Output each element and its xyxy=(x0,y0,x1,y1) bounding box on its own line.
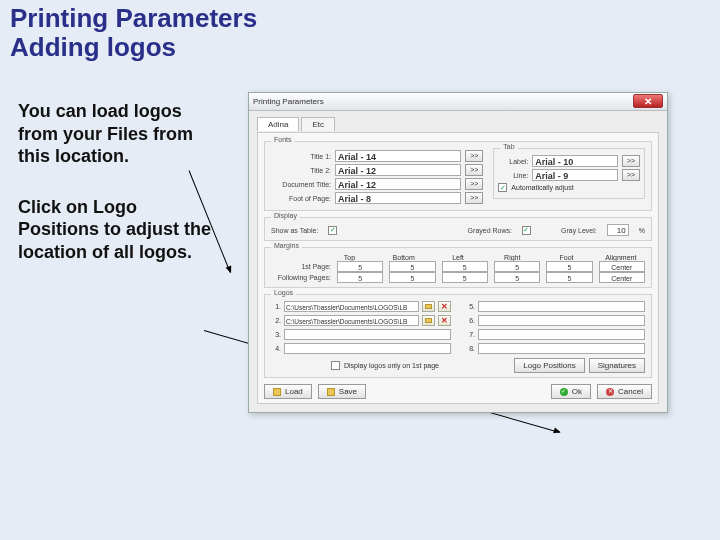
logo-row-4: 4. xyxy=(271,343,451,354)
margins-group-label: Margins xyxy=(271,242,302,249)
grayed-rows-checkbox[interactable]: ✓ xyxy=(522,226,531,235)
logo-path-1[interactable]: C:\Users\Tbassler\Documents\LOGOS\LB xyxy=(284,301,419,312)
folder-icon xyxy=(425,304,432,309)
save-icon xyxy=(327,388,335,396)
first-right[interactable]: 5 xyxy=(494,261,540,272)
gray-level-field[interactable]: 10 xyxy=(607,224,629,236)
following-align[interactable]: Center xyxy=(599,272,645,283)
line-font-field[interactable]: Arial - 9 xyxy=(532,169,618,181)
close-icon: ✕ xyxy=(644,96,652,107)
logo-path-4[interactable] xyxy=(284,343,451,354)
line-browse-button[interactable]: >> xyxy=(622,169,640,181)
logos-group: Logos 1. C:\Users\Tbassler\Documents\LOG… xyxy=(264,294,652,378)
close-button[interactable]: ✕ xyxy=(633,94,663,108)
margins-head-bottom: Bottom xyxy=(380,254,428,261)
doc-title-browse-button[interactable]: >> xyxy=(465,178,483,190)
label-font-field[interactable]: Arial - 10 xyxy=(532,155,618,167)
dialog-title: Printing Parameters xyxy=(253,97,324,106)
logo-row-3: 3. xyxy=(271,329,451,340)
following-page-label: Following Pages: xyxy=(271,274,331,281)
panel: Fonts Title 1: Arial - 14 >> Title 2: Ar… xyxy=(257,132,659,404)
title1-field[interactable]: Arial - 14 xyxy=(335,150,461,162)
tab-main[interactable]: Adina xyxy=(257,117,299,131)
logo-clear-1[interactable]: ✕ xyxy=(438,301,451,312)
margins-head-left: Left xyxy=(434,254,482,261)
cancel-button[interactable]: ✕ Cancel xyxy=(597,384,652,399)
logo-path-7[interactable] xyxy=(478,329,645,340)
fonts-group: Fonts Title 1: Arial - 14 >> Title 2: Ar… xyxy=(264,141,652,211)
auto-adjust-checkbox[interactable]: ✓ xyxy=(498,183,507,192)
logo-path-6[interactable] xyxy=(478,315,645,326)
margins-head-foot: Foot xyxy=(542,254,590,261)
title2-browse-button[interactable]: >> xyxy=(465,164,483,176)
logo-row-2: 2. C:\Users\Tbassler\Documents\LOGOS\LB … xyxy=(271,315,451,326)
save-label: Save xyxy=(339,385,357,398)
logo-row-1: 1. C:\Users\Tbassler\Documents\LOGOS\LB … xyxy=(271,301,451,312)
footer-field[interactable]: Arial - 8 xyxy=(335,192,461,204)
dialog-body: Adina Etc Fonts Title 1: Arial - 14 >> xyxy=(249,111,667,412)
following-right[interactable]: 5 xyxy=(494,272,540,283)
show-as-table-checkbox[interactable]: ✓ xyxy=(328,226,337,235)
margins-head-top: Top xyxy=(325,254,373,261)
paragraph-2: Click on Logo Positions to adjust the lo… xyxy=(18,196,218,264)
first-left[interactable]: 5 xyxy=(442,261,488,272)
first-top[interactable]: 5 xyxy=(337,261,383,272)
following-foot[interactable]: 5 xyxy=(546,272,592,283)
display-group-label: Display xyxy=(271,212,300,219)
paragraph-1: You can load logos from your Files from … xyxy=(18,100,218,168)
logo-row-7: 7. xyxy=(465,329,645,340)
body-text: You can load logos from your Files from … xyxy=(18,100,218,291)
margins-head-align: Alignment xyxy=(597,254,645,261)
logo-row-5: 5. xyxy=(465,301,645,312)
save-button[interactable]: Save xyxy=(318,384,366,399)
delete-icon: ✕ xyxy=(441,303,448,311)
cancel-icon: ✕ xyxy=(606,388,614,396)
load-button[interactable]: Load xyxy=(264,384,312,399)
logo-clear-2[interactable]: ✕ xyxy=(438,315,451,326)
display-only-first-checkbox[interactable] xyxy=(331,361,340,370)
title1-browse-button[interactable]: >> xyxy=(465,150,483,162)
logo-browse-1[interactable] xyxy=(422,301,435,312)
gray-level-label: Gray Level: xyxy=(561,227,597,234)
logo-path-5[interactable] xyxy=(478,301,645,312)
show-as-table-label: Show as Table: xyxy=(271,227,318,234)
footer-browse-button[interactable]: >> xyxy=(465,192,483,204)
fonts-right: Tab Label: Arial - 10 >> Line: Arial - 9 xyxy=(493,148,645,206)
first-bottom[interactable]: 5 xyxy=(389,261,435,272)
logo-path-2[interactable]: C:\Users\Tbassler\Documents\LOGOS\LB xyxy=(284,315,419,326)
load-label: Load xyxy=(285,385,303,398)
slide-title-line2: Adding logos xyxy=(10,33,710,62)
dialog-titlebar: Printing Parameters ✕ xyxy=(249,93,667,111)
title2-label: Title 2: xyxy=(271,167,331,174)
signatures-button[interactable]: Signatures xyxy=(589,358,645,373)
line-font-label: Line: xyxy=(498,172,528,179)
following-left[interactable]: 5 xyxy=(442,272,488,283)
fonts-group-label: Fonts xyxy=(271,136,295,143)
title-block: Printing Parameters Adding logos xyxy=(10,4,710,61)
tab-other[interactable]: Etc xyxy=(301,117,335,131)
following-bottom[interactable]: 5 xyxy=(389,272,435,283)
first-align[interactable]: Center xyxy=(599,261,645,272)
auto-adjust-label: Automatically adjust xyxy=(511,184,573,191)
first-foot[interactable]: 5 xyxy=(546,261,592,272)
ok-label: Ok xyxy=(572,385,582,398)
label-font-label: Label: xyxy=(498,158,528,165)
following-top[interactable]: 5 xyxy=(337,272,383,283)
first-page-label: 1st Page: xyxy=(271,263,331,270)
ok-button[interactable]: ✓ Ok xyxy=(551,384,591,399)
logo-browse-2[interactable] xyxy=(422,315,435,326)
margins-group: Margins x Top Bottom Left Right Foot Ali… xyxy=(264,247,652,288)
title2-field[interactable]: Arial - 12 xyxy=(335,164,461,176)
folder-icon xyxy=(425,318,432,323)
gray-level-percent: % xyxy=(639,227,645,234)
doc-title-field[interactable]: Arial - 12 xyxy=(335,178,461,190)
slide-title-line1: Printing Parameters xyxy=(10,4,710,33)
logo-path-8[interactable] xyxy=(478,343,645,354)
logos-group-label: Logos xyxy=(271,289,296,296)
logo-positions-button[interactable]: Logo Positions xyxy=(514,358,584,373)
delete-icon: ✕ xyxy=(441,317,448,325)
label-browse-button[interactable]: >> xyxy=(622,155,640,167)
logo-path-3[interactable] xyxy=(284,329,451,340)
logo-row-6: 6. xyxy=(465,315,645,326)
logo-row-8: 8. xyxy=(465,343,645,354)
